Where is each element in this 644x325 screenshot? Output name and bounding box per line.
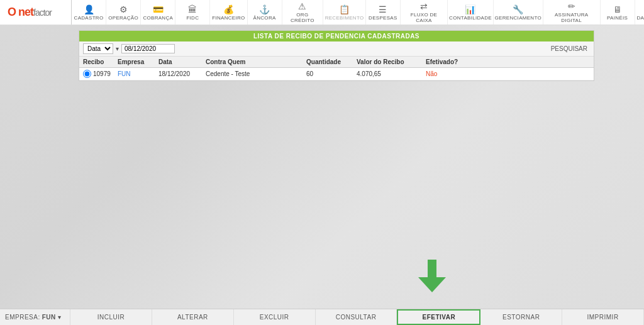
operacao-label: OPERAÇÃO xyxy=(108,15,138,21)
nav-dashboard[interactable]: 📈 DASHBOARD xyxy=(635,0,644,25)
col-contra-quem: Contra Quem xyxy=(206,58,306,65)
estornar-button[interactable]: ESTORNAR xyxy=(480,309,562,325)
nav-fluxo-caixa[interactable]: ⇄ FLUXO DE CAIXA xyxy=(401,0,448,25)
cadastro-icon: 👤 xyxy=(84,4,94,14)
nav-gerenciamento[interactable]: 🔧 GERENCIAMENTO xyxy=(494,0,543,25)
empresa-selector[interactable]: EMPRESA: FUN ▾ xyxy=(0,309,70,325)
pesquisar-button[interactable]: PESQUISAR xyxy=(548,45,590,53)
nav-financeiro[interactable]: 💰 FINANCEIRO xyxy=(210,0,247,25)
nav-recebimento[interactable]: 📋 RECEBIMENTO xyxy=(323,0,366,25)
nav-ancora[interactable]: ⚓ ÂNCORA xyxy=(248,0,282,25)
col-recibo: Recibo xyxy=(83,58,118,65)
table-header: Recibo Empresa Data Contra Quem Quantida… xyxy=(79,57,594,68)
row-contra-quem: Cedente - Teste xyxy=(206,70,306,77)
despesas-icon: ☰ xyxy=(379,4,387,14)
efetivar-button[interactable]: EFETIVAR xyxy=(397,309,480,325)
top-navigation: O netfactor 👤 CADASTRO ⚙ OPERAÇÃO 💳 COBR… xyxy=(0,0,644,25)
filter-row: Data ▾ PESQUISAR xyxy=(79,41,594,57)
logo-net: O net xyxy=(8,6,33,18)
gerenciamento-icon: 🔧 xyxy=(513,4,523,14)
alterar-label: ALTERAR xyxy=(177,314,208,321)
paineis-icon: 🖥 xyxy=(613,4,622,14)
nav-despesas[interactable]: ☰ DESPESAS xyxy=(366,0,401,25)
filter-arrow-icon: ▾ xyxy=(116,45,119,52)
col-empresa: Empresa xyxy=(118,58,158,65)
nav-fidc[interactable]: 🏛 FIDC xyxy=(175,0,210,25)
nav-cobranca[interactable]: 💳 COBRANÇA xyxy=(141,0,175,25)
row-empresa[interactable]: FUN xyxy=(118,70,158,77)
nav-items: 👤 CADASTRO ⚙ OPERAÇÃO 💳 COBRANÇA 🏛 FIDC … xyxy=(72,0,644,25)
dashboard-label: DASHBOARD xyxy=(637,15,645,21)
empresa-dropdown-icon: ▾ xyxy=(58,314,62,321)
imprimir-button[interactable]: IMPRIMIR xyxy=(562,309,644,325)
cobranca-icon: 💳 xyxy=(153,4,164,14)
consultar-label: CONSULTAR xyxy=(336,314,377,321)
org-credito-label: ORG CRÉDITO xyxy=(286,12,319,23)
filter-field-select[interactable]: Data xyxy=(83,43,113,54)
nav-operacao[interactable]: ⚙ OPERAÇÃO xyxy=(106,0,141,25)
alterar-button[interactable]: ALTERAR xyxy=(152,309,234,325)
row-efetivado: Não xyxy=(426,70,476,77)
logo: O netfactor xyxy=(3,0,72,25)
green-down-arrow xyxy=(418,260,446,292)
lista-header: LISTA DE RECIBO DE PENDENCIA CADASTRADAS xyxy=(79,31,594,41)
row-data: 18/12/2020 xyxy=(158,70,206,77)
col-efetivado: Efetivado? xyxy=(426,58,476,65)
gerenciamento-label: GERENCIAMENTO xyxy=(495,15,541,21)
nav-org-credito[interactable]: ⚠ ORG CRÉDITO xyxy=(282,0,324,25)
nav-assinatura-digital[interactable]: ✏ ASSINATURA DIGITAL xyxy=(543,0,601,25)
fidc-label: FIDC xyxy=(186,15,199,21)
nav-cadastro[interactable]: 👤 CADASTRO xyxy=(72,0,106,25)
cobranca-label: COBRANÇA xyxy=(143,15,173,21)
contabilidade-icon: 📊 xyxy=(465,4,475,14)
org-credito-icon: ⚠ xyxy=(298,1,306,11)
ancora-label: ÂNCORA xyxy=(253,15,276,21)
svg-rect-0 xyxy=(428,260,436,278)
efetivar-label: EFETIVAR xyxy=(423,314,456,321)
row-recibo: 10979 xyxy=(93,70,111,77)
col-data: Data xyxy=(158,58,206,65)
fidc-icon: 🏛 xyxy=(188,4,197,14)
logo-text: O netfactor xyxy=(8,6,52,19)
estornar-label: ESTORNAR xyxy=(502,314,540,321)
financeiro-label: FINANCEIRO xyxy=(212,15,245,21)
filter-date-input[interactable] xyxy=(121,44,175,53)
contabilidade-label: CONTABILIDADE xyxy=(449,15,492,21)
table-area: Recibo Empresa Data Contra Quem Quantida… xyxy=(79,57,594,80)
recebimento-icon: 📋 xyxy=(339,4,350,14)
cadastro-label: CADASTRO xyxy=(74,15,104,21)
incluir-button[interactable]: INCLUIR xyxy=(70,309,152,325)
financeiro-icon: 💰 xyxy=(223,4,234,14)
radio-cell: 10979 xyxy=(83,70,118,78)
col-valor: Valor do Recibo xyxy=(357,58,426,65)
lista-panel: LISTA DE RECIBO DE PENDENCIA CADASTRADAS… xyxy=(79,30,594,81)
recebimento-label: RECEBIMENTO xyxy=(325,15,364,21)
excluir-label: EXCLUIR xyxy=(260,314,289,321)
svg-marker-1 xyxy=(418,277,446,292)
row-radio[interactable] xyxy=(83,70,91,78)
incluir-label: INCLUIR xyxy=(97,314,125,321)
bottom-bar: EMPRESA: FUN ▾ INCLUIR ALTERAR EXCLUIR C… xyxy=(0,309,644,325)
empresa-label: EMPRESA: xyxy=(5,314,40,321)
paineis-label: PAINÉIS xyxy=(607,15,628,21)
fluxo-caixa-icon: ⇄ xyxy=(420,1,428,11)
ancora-icon: ⚓ xyxy=(259,4,270,14)
row-valor: 4.070,65 xyxy=(357,70,426,77)
col-quantidade: Quantidade xyxy=(306,58,357,65)
logo-factor: factor xyxy=(33,8,52,18)
table-row[interactable]: 10979 FUN 18/12/2020 Cedente - Teste 60 … xyxy=(79,68,594,80)
green-arrow-container xyxy=(418,260,446,294)
assinatura-digital-icon: ✏ xyxy=(568,1,575,11)
nav-paineis[interactable]: 🖥 PAINÉIS xyxy=(601,0,635,25)
consultar-button[interactable]: CONSULTAR xyxy=(316,309,397,325)
nav-contabilidade[interactable]: 📊 CONTABILIDADE xyxy=(448,0,494,25)
excluir-button[interactable]: EXCLUIR xyxy=(234,309,316,325)
operacao-icon: ⚙ xyxy=(119,4,128,14)
despesas-label: DESPESAS xyxy=(369,15,397,21)
fluxo-caixa-label: FLUXO DE CAIXA xyxy=(404,12,443,23)
empresa-value: FUN xyxy=(42,314,56,321)
imprimir-label: IMPRIMIR xyxy=(587,314,619,321)
row-quantidade: 60 xyxy=(306,70,357,77)
main-content: LISTA DE RECIBO DE PENDENCIA CADASTRADAS… xyxy=(0,25,644,86)
assinatura-digital-label: ASSINATURA DIGITAL xyxy=(547,12,596,23)
